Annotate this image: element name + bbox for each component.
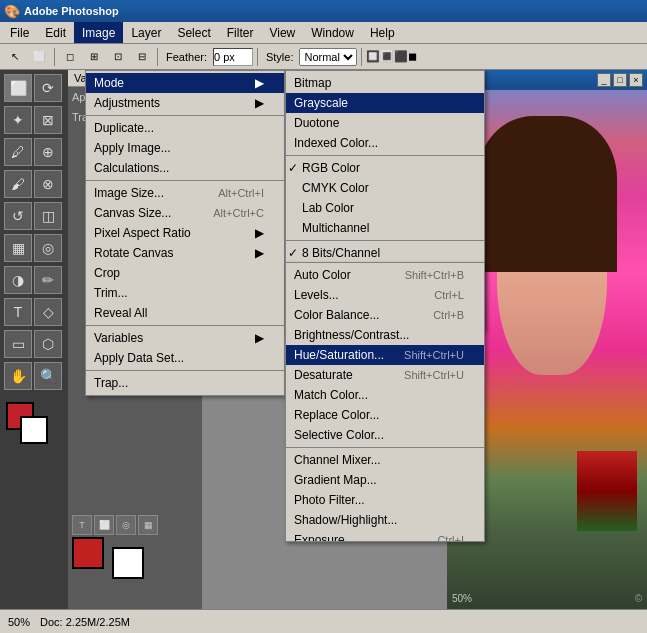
tool-eraser[interactable]: ◫ [34, 202, 62, 230]
adj-hue-sat[interactable]: Hue/Saturation... Shift+Ctrl+U [286, 345, 484, 365]
mode-8bits[interactable]: ✓ 8 Bits/Channel [286, 243, 484, 263]
tool-path[interactable]: ◇ [34, 298, 62, 326]
tool-hand[interactable]: ✋ [4, 362, 32, 390]
adjustments-submenu[interactable]: Auto Color Shift+Ctrl+B Levels... Ctrl+L… [285, 262, 485, 542]
tool-lasso[interactable]: ⟳ [34, 74, 62, 102]
toolbar-style-label: Style: [262, 51, 298, 63]
panel-color-bg[interactable] [112, 547, 144, 579]
toolbar-option3[interactable]: ⊡ [107, 46, 129, 68]
toolbar-sep4 [361, 48, 362, 66]
menu-edit[interactable]: Edit [37, 22, 74, 43]
menu-item-mode[interactable]: Mode ▶ [86, 73, 284, 93]
menu-item-image-size[interactable]: Image Size... Alt+Ctrl+I [86, 183, 284, 203]
tool-magic-wand[interactable]: ✦ [4, 106, 32, 134]
menu-select[interactable]: Select [169, 22, 218, 43]
status-zoom: 50% [8, 616, 30, 628]
tool-crop[interactable]: ⊠ [34, 106, 62, 134]
adj-selective-color[interactable]: Selective Color... [286, 425, 484, 445]
tool-zoom[interactable]: 🔍 [34, 362, 62, 390]
mode-duotone[interactable]: Duotone [286, 113, 484, 133]
window-maximize[interactable]: □ [613, 73, 627, 87]
menu-item-apply-image[interactable]: Apply Image... [86, 138, 284, 158]
image-menu-dropdown[interactable]: Mode ▶ Adjustments ▶ Duplicate... Apply … [85, 70, 285, 396]
menu-item-reveal-all[interactable]: Reveal All [86, 303, 284, 323]
mode-lab[interactable]: Lab Color [286, 198, 484, 218]
menu-item-duplicate[interactable]: Duplicate... [86, 118, 284, 138]
menu-item-pixel-aspect[interactable]: Pixel Aspect Ratio ▶ [86, 223, 284, 243]
toolbox: ⬜ ⟳ ✦ ⊠ 🖊 ⊕ 🖌 ⊗ ↺ ◫ ▦ ◎ ◑ ✏ T ◇ [0, 70, 68, 609]
rotate-canvas-arrow: ▶ [255, 246, 264, 260]
toolbar-option2[interactable]: ⊞ [83, 46, 105, 68]
toolbar-select[interactable]: ⬜ [28, 46, 50, 68]
toolbar: ↖ ⬜ ◻ ⊞ ⊡ ⊟ Feather: Style: Normal 🔲🔳⬛◼ [0, 44, 647, 70]
menu-item-rotate-canvas[interactable]: Rotate Canvas ▶ [86, 243, 284, 263]
adj-match-color[interactable]: Match Color... [286, 385, 484, 405]
menu-help[interactable]: Help [362, 22, 403, 43]
tool-gradient[interactable]: ▦ [4, 234, 32, 262]
status-doc: Doc: 2.25M/2.25M [40, 616, 130, 628]
menu-item-canvas-size[interactable]: Canvas Size... Alt+Ctrl+C [86, 203, 284, 223]
panel-color-fg[interactable] [72, 537, 104, 569]
tool-blur[interactable]: ◎ [34, 234, 62, 262]
background-color[interactable] [20, 416, 48, 444]
menu-item-apply-data-set[interactable]: Apply Data Set... [86, 348, 284, 368]
menu-image[interactable]: Image [74, 22, 123, 43]
toolbar-style-select[interactable]: Normal [299, 48, 357, 66]
panel-tool1[interactable]: T [72, 515, 92, 535]
tool-pen[interactable]: ✏ [34, 266, 62, 294]
menu-item-trim[interactable]: Trim... [86, 283, 284, 303]
menu-filter[interactable]: Filter [219, 22, 262, 43]
tool-eyedropper[interactable]: 🖊 [4, 138, 32, 166]
toolbar-sep1 [54, 48, 55, 66]
menu-window[interactable]: Window [303, 22, 362, 43]
mode-rgb[interactable]: ✓ RGB Color [286, 158, 484, 178]
panel-tool4[interactable]: ▦ [138, 515, 158, 535]
adj-desaturate[interactable]: Desaturate Shift+Ctrl+U [286, 365, 484, 385]
adj-exposure[interactable]: Exposure... Ctrl+I [286, 530, 484, 542]
adj-shadows[interactable]: Shadow/Highlight... [286, 510, 484, 530]
tool-3d[interactable]: ⬡ [34, 330, 62, 358]
menu-item-trap[interactable]: Trap... [86, 373, 284, 393]
mode-cmyk[interactable]: CMYK Color [286, 178, 484, 198]
window-minimize[interactable]: _ [597, 73, 611, 87]
menu-bar: File Edit Image Layer Select Filter View… [0, 22, 647, 44]
rgb-checkmark: ✓ [288, 161, 298, 175]
tool-healing[interactable]: ⊕ [34, 138, 62, 166]
toolbar-option4[interactable]: ⊟ [131, 46, 153, 68]
panel-tool3[interactable]: ◎ [116, 515, 136, 535]
tool-dodge[interactable]: ◑ [4, 266, 32, 294]
toolbar-feather-input[interactable] [213, 48, 253, 66]
toolbar-option1[interactable]: ◻ [59, 46, 81, 68]
tool-text[interactable]: T [4, 298, 32, 326]
adj-brightness[interactable]: Brightness/Contrast... [286, 325, 484, 345]
adj-curves[interactable]: Levels... Ctrl+L [286, 285, 484, 305]
mode-grayscale[interactable]: Grayscale [286, 93, 484, 113]
adj-replace-color[interactable]: Replace Color... [286, 405, 484, 425]
menu-item-variables[interactable]: Variables ▶ [86, 328, 284, 348]
menu-view[interactable]: View [261, 22, 303, 43]
tool-history[interactable]: ↺ [4, 202, 32, 230]
adj-channel-mixer[interactable]: Channel Mixer... [286, 450, 484, 470]
panel-bottom-tools: T ⬜ ◎ ▦ [72, 515, 198, 579]
mode-multichannel[interactable]: Multichannel [286, 218, 484, 238]
menu-item-calculations[interactable]: Calculations... [86, 158, 284, 178]
window-close[interactable]: × [629, 73, 643, 87]
tool-brush[interactable]: 🖌 [4, 170, 32, 198]
adj-photo-filter[interactable]: Photo Filter... [286, 490, 484, 510]
mode-indexed-color[interactable]: Indexed Color... [286, 133, 484, 153]
mode-bitmap[interactable]: Bitmap [286, 73, 484, 93]
tool-marquee[interactable]: ⬜ [4, 74, 32, 102]
menu-item-crop[interactable]: Crop [86, 263, 284, 283]
adj-gradient-map[interactable]: Gradient Map... [286, 470, 484, 490]
menu-item-adjustments[interactable]: Adjustments ▶ [86, 93, 284, 113]
menu-layer[interactable]: Layer [123, 22, 169, 43]
menu-file[interactable]: File [2, 22, 37, 43]
adj-color-balance[interactable]: Color Balance... Ctrl+B [286, 305, 484, 325]
photo-watermark: © [635, 593, 642, 604]
photo-zoom: 50% [452, 593, 472, 604]
panel-tool2[interactable]: ⬜ [94, 515, 114, 535]
tool-clone[interactable]: ⊗ [34, 170, 62, 198]
adj-auto-color[interactable]: Auto Color Shift+Ctrl+B [286, 265, 484, 285]
toolbar-move[interactable]: ↖ [4, 46, 26, 68]
tool-shape[interactable]: ▭ [4, 330, 32, 358]
